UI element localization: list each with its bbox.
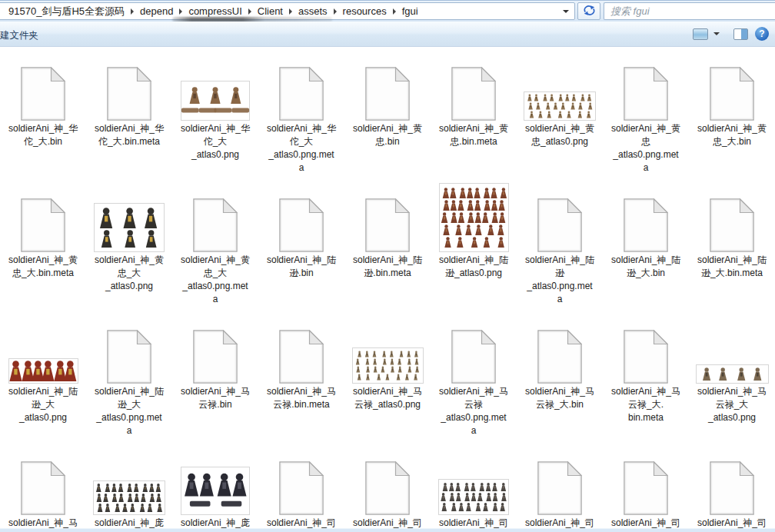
document-file-icon <box>365 442 410 515</box>
file-name: soldierAni_神_马 云禄.bin <box>181 385 250 411</box>
new-folder-button[interactable]: 建文件夹 <box>0 29 38 42</box>
breadcrumb-item[interactable]: Client <box>253 5 288 17</box>
file-name: soldierAni_神_庞 <box>181 517 250 529</box>
file-tile[interactable]: soldierAni_神_马 云禄.bin <box>172 311 258 442</box>
file-tile[interactable]: soldierAni_神_华 佗_大 _atlas0.png.met a <box>258 48 344 179</box>
atlas-image-thumbnail <box>8 311 78 384</box>
document-file-icon <box>624 311 668 384</box>
file-name: soldierAni_神_司 <box>697 517 767 529</box>
breadcrumb-separator-icon[interactable] <box>393 8 396 15</box>
breadcrumb-separator-icon[interactable] <box>248 8 251 15</box>
file-tile[interactable]: soldierAni_神_陆 逊 _atlas0.png.met a <box>517 179 603 311</box>
help-icon[interactable]: ? <box>755 27 769 41</box>
file-name: soldierAni_神_黄 忠.bin.meta <box>439 122 508 148</box>
window-bottom-edge <box>0 528 775 532</box>
file-name: soldierAni_神_陆 逊_大.bin <box>611 254 680 280</box>
file-tile[interactable]: soldierAni_神_马 云禄_atlas0.png <box>344 311 431 442</box>
file-tile[interactable]: soldierAni_神_马 云禄 _atlas0.png.met a <box>431 311 517 442</box>
breadcrumb-item[interactable]: resources <box>338 5 391 17</box>
atlas-image-thumbnail <box>181 48 250 121</box>
breadcrumb-separator-icon[interactable] <box>179 8 182 15</box>
document-file-icon <box>21 179 65 252</box>
file-tile[interactable]: soldierAni_神_黄 忠 _atlas0.png.met a <box>603 48 689 179</box>
file-name: soldierAni_神_黄 忠_大.bin.meta <box>8 254 78 280</box>
toolbar-right-icons: ? <box>693 22 769 46</box>
file-name: soldierAni_神_黄 忠.bin <box>353 122 422 148</box>
file-tile[interactable]: soldierAni_神_陆 逊_大.bin <box>603 179 689 311</box>
file-tile[interactable]: soldierAni_神_庞 <box>86 442 172 529</box>
file-tile[interactable]: soldierAni_神_黄 忠_atlas0.png <box>517 48 603 179</box>
file-tile[interactable]: soldierAni_神_司 <box>603 442 689 529</box>
file-name: soldierAni_神_马 云禄_atlas0.png <box>353 385 422 411</box>
file-tile[interactable]: soldierAni_神_司 <box>517 442 603 529</box>
file-name: soldierAni_神_陆 逊_atlas0.png <box>439 254 508 280</box>
file-tile[interactable]: soldierAni_神_马 云禄_大. bin.meta <box>603 311 689 442</box>
file-tile[interactable]: soldierAni_神_马 <box>0 442 86 529</box>
toolbar: 建文件夹 ? <box>0 22 775 47</box>
file-name: soldierAni_神_华 佗_大 _atlas0.png.met a <box>267 122 336 175</box>
document-file-icon <box>710 48 754 121</box>
file-tile[interactable]: soldierAni_神_陆 逊_大.bin.meta <box>689 179 775 311</box>
file-tile[interactable]: soldierAni_神_华 佗_大.bin <box>0 48 86 179</box>
file-tile[interactable]: soldierAni_神_马 云禄.bin.meta <box>258 311 344 442</box>
search-placeholder: 搜索 fgui <box>604 3 775 19</box>
file-tile[interactable]: soldierAni_神_黄 忠_大.bin <box>689 48 775 179</box>
file-name: soldierAni_神_黄 忠_大.bin <box>697 122 767 148</box>
file-tile[interactable]: soldierAni_神_陆 逊_大 _atlas0.png <box>0 311 86 442</box>
explorer-window: 91570_剑与盾H5全套源码dependcompressUIClientass… <box>0 0 775 532</box>
breadcrumb-separator-icon[interactable] <box>334 8 337 15</box>
file-tile[interactable]: soldierAni_神_华 佗_大.bin.meta <box>86 48 172 179</box>
breadcrumb-item[interactable]: 91570_剑与盾H5全套源码 <box>4 5 129 18</box>
file-name: soldierAni_神_马 云禄 _atlas0.png.met a <box>439 385 508 437</box>
breadcrumb: 91570_剑与盾H5全套源码dependcompressUIClientass… <box>0 3 574 19</box>
breadcrumb-item[interactable]: depend <box>135 5 178 17</box>
atlas-image-thumbnail <box>181 442 250 515</box>
file-tile[interactable]: soldierAni_神_华 佗_大 _atlas0.png <box>172 48 258 179</box>
file-tile[interactable]: soldierAni_神_黄 忠_大 _atlas0.png <box>86 179 172 311</box>
file-tile[interactable]: soldierAni_神_黄 忠.bin <box>344 48 431 179</box>
address-input[interactable]: 91570_剑与盾H5全套源码dependcompressUIClientass… <box>0 2 575 20</box>
file-tile[interactable]: soldierAni_神_庞 <box>172 442 258 529</box>
file-tile[interactable]: soldierAni_神_马 云禄_大.bin <box>517 311 603 442</box>
file-tile[interactable]: soldierAni_神_陆 逊.bin <box>258 179 344 311</box>
breadcrumb-separator-icon[interactable] <box>131 8 134 15</box>
file-tile[interactable]: soldierAni_神_司 <box>344 442 431 529</box>
search-input[interactable]: 搜索 fgui <box>604 2 775 20</box>
breadcrumb-item[interactable]: compressUI <box>184 5 246 17</box>
breadcrumb-item[interactable]: fgui <box>397 5 423 17</box>
atlas-image-thumbnail <box>439 179 509 252</box>
breadcrumb-item[interactable]: assets <box>294 5 332 17</box>
document-file-icon <box>365 48 410 121</box>
preview-pane-icon[interactable] <box>733 28 748 40</box>
atlas-image-thumbnail <box>696 311 769 384</box>
address-dropdown-icon[interactable] <box>563 10 569 13</box>
views-dropdown-icon[interactable] <box>713 32 720 35</box>
file-tile[interactable]: soldierAni_神_黄 忠.bin.meta <box>431 48 517 179</box>
document-file-icon <box>279 442 324 515</box>
document-file-icon <box>537 442 582 515</box>
document-file-icon <box>107 311 151 384</box>
refresh-button[interactable] <box>577 2 600 20</box>
file-name: soldierAni_神_司 <box>267 517 336 529</box>
file-tile[interactable]: soldierAni_神_黄 忠_大.bin.meta <box>0 179 86 311</box>
document-file-icon <box>710 179 754 252</box>
file-tile[interactable]: soldierAni_神_司 <box>431 442 517 529</box>
views-thumbnail-icon[interactable] <box>693 28 708 40</box>
file-name: soldierAni_神_马 云禄.bin.meta <box>267 385 336 411</box>
file-tile[interactable]: soldierAni_神_陆 逊_大 _atlas0.png.met a <box>86 311 172 442</box>
document-file-icon <box>279 179 324 252</box>
document-file-icon <box>279 311 324 384</box>
file-tile[interactable]: soldierAni_神_司 <box>689 442 775 529</box>
file-tile[interactable]: soldierAni_神_司 <box>258 442 344 529</box>
file-tile[interactable]: soldierAni_神_黄 忠_大 _atlas0.png.met a <box>172 179 258 311</box>
document-file-icon <box>193 179 238 252</box>
document-file-icon <box>451 311 496 384</box>
atlas-image-thumbnail <box>438 442 509 515</box>
file-name: soldierAni_神_司 <box>611 517 680 529</box>
breadcrumb-separator-icon[interactable] <box>289 8 292 15</box>
file-tile[interactable]: soldierAni_神_陆 逊_atlas0.png <box>431 179 517 311</box>
file-tile[interactable]: soldierAni_神_陆 逊.bin.meta <box>344 179 431 311</box>
file-name: soldierAni_神_司 <box>439 517 508 529</box>
file-tile[interactable]: soldierAni_神_马 云禄_大 _atlas0.png <box>689 311 775 442</box>
file-name: soldierAni_神_陆 逊.bin.meta <box>353 254 422 280</box>
